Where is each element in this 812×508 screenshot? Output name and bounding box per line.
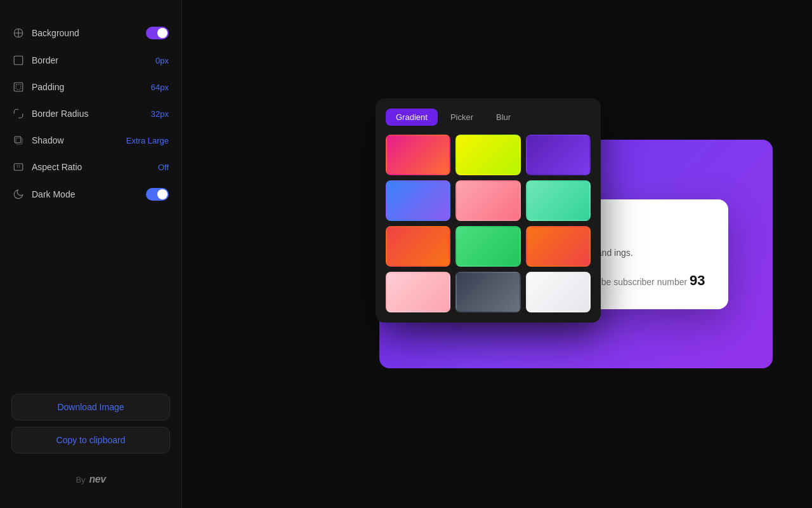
border-icon: [13, 55, 24, 66]
svg-rect-2: [14, 83, 23, 91]
sidebar-item-border[interactable]: Border 0px: [0, 47, 181, 74]
popup-tabs: Gradient Picker Blur: [386, 109, 591, 126]
dark-mode-icon: [13, 189, 24, 200]
sidebar-item-left: Padding: [13, 81, 64, 93]
sidebar-item-left: Shadow: [13, 135, 64, 146]
tab-gradient[interactable]: Gradient: [386, 109, 438, 126]
sidebar-item-border-radius[interactable]: Border Radius 32px: [0, 100, 181, 127]
background-icon: [13, 27, 24, 39]
svg-rect-4: [15, 137, 21, 143]
main-area: ep you in the loop? des articles, early …: [182, 0, 812, 508]
download-image-button[interactable]: Download Image: [11, 394, 170, 420]
aspect-ratio-value: Off: [158, 163, 169, 172]
sidebar-footer: By nev: [0, 464, 181, 495]
dark-mode-toggle[interactable]: [146, 188, 169, 201]
gradient-swatch-2[interactable]: [455, 135, 520, 175]
svg-rect-6: [14, 164, 23, 171]
border-label: Border: [32, 55, 58, 65]
border-radius-value: 32px: [151, 109, 169, 119]
tab-blur[interactable]: Blur: [486, 109, 521, 126]
sidebar-item-padding[interactable]: Padding 64px: [0, 74, 181, 100]
padding-value: 64px: [151, 83, 169, 92]
gradient-swatch-10[interactable]: [386, 272, 450, 312]
gradient-swatch-3[interactable]: [526, 135, 591, 175]
padding-icon: [13, 81, 24, 93]
background-label: Background: [32, 28, 79, 38]
gradient-swatch-9[interactable]: [526, 226, 591, 267]
footer-brand: nev: [89, 474, 106, 485]
gradient-swatch-8[interactable]: [455, 226, 520, 267]
shadow-label: Shadow: [32, 135, 64, 145]
gradient-swatch-5[interactable]: [455, 180, 520, 221]
sidebar: Background Border 0px Padding: [0, 0, 182, 508]
gradient-swatch-7[interactable]: [386, 226, 450, 267]
shadow-value: Extra Large: [126, 136, 169, 145]
sidebar-item-dark-mode[interactable]: Dark Mode: [0, 180, 181, 208]
dark-mode-toggle-knob: [157, 189, 167, 199]
padding-label: Padding: [32, 82, 64, 92]
gradient-grid: [386, 135, 591, 312]
gradient-swatch-4[interactable]: [386, 180, 450, 221]
sidebar-item-left: Dark Mode: [13, 189, 75, 200]
sidebar-item-background[interactable]: Background: [0, 19, 181, 47]
gradient-swatch-12[interactable]: [526, 272, 591, 312]
footer-by: By: [75, 475, 85, 485]
gradient-swatch-1[interactable]: [386, 135, 450, 175]
shadow-icon: [13, 135, 24, 146]
svg-rect-5: [16, 138, 22, 144]
border-value: 0px: [155, 56, 169, 65]
subscriber-number: 93: [690, 272, 705, 288]
svg-rect-1: [14, 56, 23, 65]
sidebar-item-shadow[interactable]: Shadow Extra Large: [0, 127, 181, 154]
sidebar-items: Background Border 0px Padding: [0, 13, 181, 384]
aspect-ratio-icon: [13, 161, 24, 173]
sidebar-item-left: Border Radius: [13, 108, 89, 119]
border-radius-label: Border Radius: [32, 109, 89, 119]
aspect-ratio-label: Aspect Ratio: [32, 162, 82, 172]
tab-picker[interactable]: Picker: [440, 109, 483, 126]
svg-rect-3: [16, 84, 21, 90]
gradient-swatch-11[interactable]: [455, 272, 520, 312]
sidebar-item-left: Aspect Ratio: [13, 161, 82, 173]
copy-to-clipboard-button[interactable]: Copy to clipboard: [11, 427, 170, 453]
sidebar-item-left: Border: [13, 55, 58, 66]
background-toggle[interactable]: [146, 27, 169, 39]
sidebar-item-left: Background: [13, 27, 79, 39]
sidebar-item-aspect-ratio[interactable]: Aspect Ratio Off: [0, 154, 181, 180]
border-radius-icon: [13, 108, 24, 119]
background-toggle-knob: [157, 28, 167, 38]
dark-mode-label: Dark Mode: [32, 189, 75, 199]
action-buttons: Download Image Copy to clipboard: [0, 384, 181, 464]
gradient-popup: Gradient Picker Blur: [376, 98, 601, 323]
gradient-swatch-6[interactable]: [526, 180, 591, 221]
